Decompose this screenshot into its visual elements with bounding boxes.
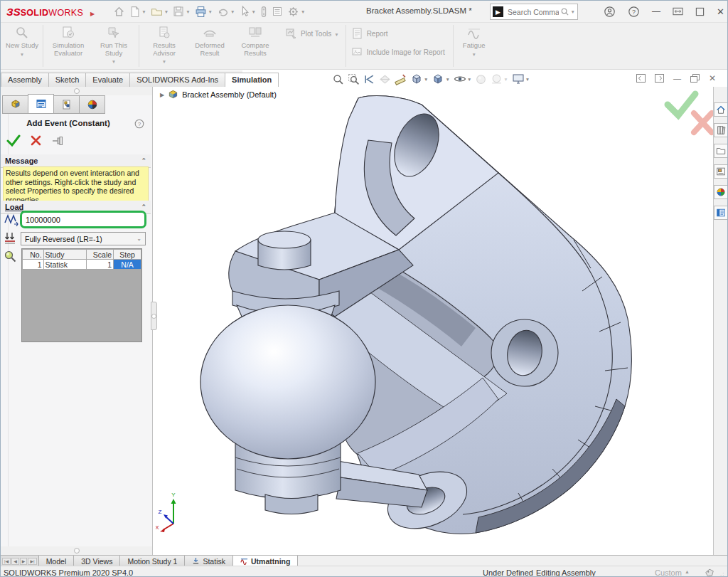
top-pin-face[interactable]: [258, 231, 311, 248]
doc-close-button[interactable]: ✕: [709, 73, 716, 83]
last-tab-button[interactable]: ▶|: [28, 558, 36, 565]
search-commands-box[interactable]: ▶ ▼: [490, 4, 578, 20]
doc-minimize-button[interactable]: —: [673, 74, 681, 83]
print-dropdown[interactable]: ▼: [208, 9, 213, 14]
view-palette-button[interactable]: [714, 164, 728, 179]
tag-icon[interactable]: [705, 568, 714, 577]
collapse-chevron-icon[interactable]: ⌃: [141, 203, 146, 211]
bracket-assembly-model[interactable]: [200, 96, 631, 540]
apply-scene-button[interactable]: ▼: [491, 73, 508, 85]
plot-tools-dropdown[interactable]: ▼: [334, 32, 338, 37]
zoom-to-area-button[interactable]: [348, 73, 360, 85]
display-style-dropdown[interactable]: ▼: [445, 77, 449, 82]
help-icon[interactable]: ?: [628, 6, 640, 18]
settings-dropdown[interactable]: ▼: [301, 9, 305, 14]
display-style-button[interactable]: ▼: [432, 73, 449, 85]
show-left-pane-icon[interactable]: [636, 74, 646, 83]
close-button[interactable]: ✕: [717, 6, 724, 17]
previous-view-button[interactable]: [363, 73, 375, 85]
pm-help-icon[interactable]: ?: [134, 119, 144, 129]
maximize-button[interactable]: [695, 7, 705, 16]
confirm-ok-button[interactable]: [668, 94, 695, 115]
next-tab-button[interactable]: ▶: [20, 558, 28, 565]
results-advisor-dropdown[interactable]: ▼: [162, 58, 166, 66]
plot-tools-button[interactable]: Plot Tools▼: [285, 27, 339, 40]
fatigue-dropdown[interactable]: ▼: [471, 51, 476, 59]
tab-utmattning[interactable]: Utmattning: [233, 556, 298, 566]
include-image-for-report-button[interactable]: Include Image for Report: [351, 46, 445, 58]
new-study-button[interactable]: New Study▼: [4, 23, 41, 69]
tab-3d-views[interactable]: 3D Views: [74, 556, 120, 566]
tab-motion-study-1[interactable]: Motion Study 1: [120, 556, 185, 566]
cell-no[interactable]: 1: [23, 260, 44, 270]
appearances-button[interactable]: [714, 185, 728, 199]
simulation-evaluator-button[interactable]: Simulation Evaluator: [46, 23, 91, 69]
report-button[interactable]: Report: [351, 27, 445, 40]
undo-button[interactable]: ▼: [215, 4, 236, 19]
run-this-study-button[interactable]: Run This Study▼: [91, 23, 136, 69]
new-document-button[interactable]: ▼: [128, 4, 147, 19]
doc-restore-button[interactable]: [690, 74, 700, 83]
load-amplitude-input[interactable]: [22, 213, 144, 226]
show-right-pane-icon[interactable]: [655, 74, 664, 83]
hide-show-dropdown[interactable]: ▼: [467, 77, 471, 82]
view-orientation-dropdown[interactable]: ▼: [424, 77, 428, 82]
cell-step[interactable]: N/A: [114, 260, 141, 270]
event-study-table[interactable]: No. Study Scale Step 1 Statisk 1 N/A: [21, 248, 142, 342]
apply-scene-dropdown[interactable]: ▼: [503, 77, 508, 82]
tab-solidworks-add-ins[interactable]: SOLIDWORKS Add-Ins: [129, 73, 225, 87]
run-this-study-dropdown[interactable]: ▼: [112, 58, 116, 66]
search-dropdown[interactable]: ▼: [571, 9, 575, 14]
edit-appearance-button[interactable]: [475, 73, 487, 85]
user-account-icon[interactable]: [604, 6, 616, 18]
undo-dropdown[interactable]: ▼: [230, 9, 235, 14]
pin-button[interactable]: [51, 136, 64, 146]
tab-statisk[interactable]: Statisk: [185, 556, 233, 566]
property-manager-tab[interactable]: [28, 94, 54, 114]
minimize-button[interactable]: —: [652, 6, 660, 16]
options-list-button[interactable]: [270, 4, 284, 18]
zoom-to-fit-button[interactable]: [332, 73, 344, 85]
tab-sketch[interactable]: Sketch: [48, 73, 87, 87]
measure-button[interactable]: [395, 73, 407, 85]
loading-type-select[interactable]: Fully Reversed (LR=-1) ⌄: [21, 232, 146, 245]
compare-results-button[interactable]: Compare Results: [232, 23, 278, 69]
splitter-handle[interactable]: [74, 88, 80, 94]
new-document-dropdown[interactable]: ▼: [141, 9, 146, 14]
display-state-dropdown[interactable]: ▲: [685, 569, 690, 574]
rebuild-button[interactable]: [259, 4, 269, 19]
results-advisor-button[interactable]: Results Advisor▼: [141, 23, 187, 69]
tab-assembly[interactable]: Assembly: [1, 73, 49, 87]
home-button[interactable]: [112, 4, 127, 19]
prev-tab-button[interactable]: ◀: [11, 558, 19, 565]
span-displays-icon[interactable]: [673, 6, 683, 16]
logo-flyout-arrow-icon[interactable]: ▶: [90, 11, 95, 17]
search-input[interactable]: [506, 7, 560, 17]
display-manager-tab[interactable]: [79, 95, 105, 114]
deformed-result-button[interactable]: Deformed Result: [187, 23, 232, 69]
design-library-button[interactable]: [714, 123, 728, 137]
save-button[interactable]: ▼: [171, 4, 191, 18]
select-dropdown[interactable]: ▼: [251, 9, 255, 14]
ball-joint[interactable]: [200, 305, 375, 459]
tab-model[interactable]: Model: [39, 556, 75, 566]
search-scope-icon[interactable]: ▶: [493, 6, 503, 17]
splitter-handle[interactable]: [74, 548, 80, 554]
resize-grip[interactable]: .:: [720, 571, 724, 577]
open-button[interactable]: ▼: [149, 4, 170, 19]
combo-chevron-icon[interactable]: ⌄: [136, 235, 141, 242]
table-row[interactable]: 1 Statisk 1 N/A: [23, 260, 141, 270]
feature-manager-tab[interactable]: [2, 95, 28, 114]
collapse-chevron-icon[interactable]: ⌃: [141, 157, 146, 164]
open-dropdown[interactable]: ▼: [164, 9, 168, 14]
fatigue-button[interactable]: Fatigue▼: [456, 23, 493, 69]
custom-properties-button[interactable]: [714, 206, 728, 220]
select-button[interactable]: ▼: [237, 4, 257, 19]
view-settings-button[interactable]: ▼: [512, 73, 530, 85]
hide-show-items-button[interactable]: ▼: [454, 74, 471, 84]
panel-bottom-splitter[interactable]: [1, 546, 152, 555]
tab-simulation[interactable]: Simulation: [225, 73, 279, 87]
graphics-area[interactable]: Y Z X: [156, 87, 714, 555]
new-study-dropdown[interactable]: ▼: [20, 51, 24, 59]
tab-evaluate[interactable]: Evaluate: [85, 73, 130, 87]
